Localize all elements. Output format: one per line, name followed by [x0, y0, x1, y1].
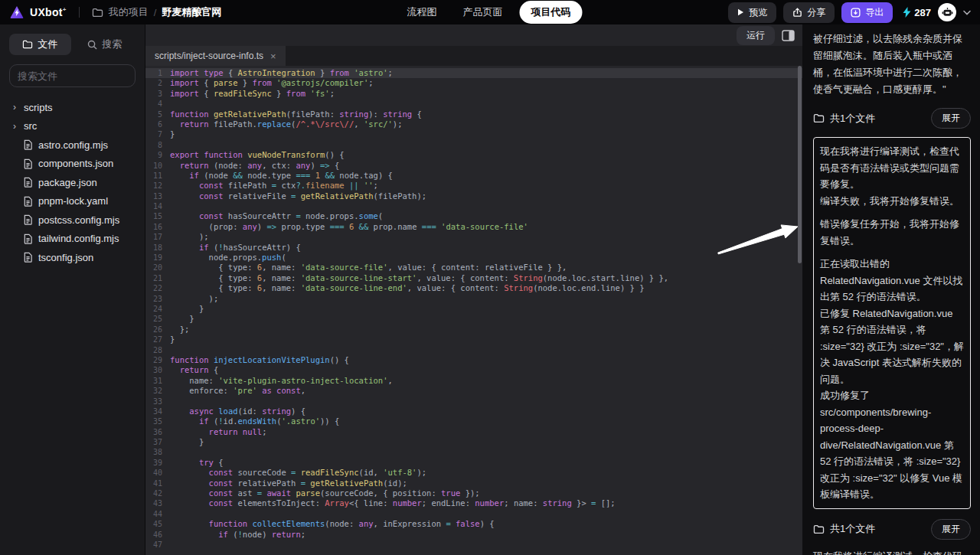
code-line[interactable]: 34 async load(id: string) {	[145, 406, 802, 416]
tab-files[interactable]: 文件	[9, 34, 71, 55]
line-number: 5	[145, 109, 170, 119]
breadcrumb[interactable]: 我的项目 / 野麦精酿官网	[92, 5, 222, 19]
code-line[interactable]: 4	[145, 99, 802, 109]
code-line[interactable]: 21 { type: 6, name: 'data-source-line-st…	[145, 273, 802, 283]
code-text: function collectElements(node: any, inEx…	[170, 519, 495, 529]
code-line[interactable]: 3import { readFileSync } from 'fs';	[145, 89, 802, 99]
file-sidebar: 文件 搜索 ›scripts›srcastro.config.mjscompon…	[0, 24, 145, 555]
line-number: 42	[145, 488, 170, 498]
code-line[interactable]: 26 };	[145, 325, 802, 335]
breadcrumb-project[interactable]: 我的项目	[109, 5, 149, 19]
tree-file-components.json[interactable]: components.json	[0, 155, 145, 174]
code-line[interactable]: 33	[145, 397, 802, 406]
chevron-right-icon: ›	[11, 102, 18, 113]
tree-file-postcss.config.mjs[interactable]: postcss.config.mjs	[0, 211, 145, 230]
code-line[interactable]: 20 { type: 6, name: 'data-source-file', …	[145, 263, 802, 273]
main-area: 文件 搜索 ›scripts›srcastro.config.mjscompon…	[0, 24, 980, 555]
code-line[interactable]: 18 if (!hasSourceAttr) {	[145, 243, 802, 253]
code-line[interactable]: 38	[145, 447, 802, 457]
tree-file-package.json[interactable]: package.json	[0, 173, 145, 192]
run-button[interactable]: 运行	[737, 26, 775, 45]
brand[interactable]: UXbot+	[9, 5, 67, 20]
code-line[interactable]: 32 enforce: 'pre' as const,	[145, 386, 802, 396]
code-line[interactable]: 28	[145, 345, 802, 355]
code-text: }	[170, 304, 204, 314]
tab-project-code[interactable]: 项目代码	[520, 1, 583, 24]
code-line[interactable]: 25 }	[145, 314, 802, 324]
code-line[interactable]: 41 const relativePath = getRelativePath(…	[145, 478, 802, 488]
code-line[interactable]: 22 { type: 6, name: 'data-source-line-en…	[145, 283, 802, 293]
preview-button[interactable]: 预览	[728, 2, 776, 23]
code-line[interactable]: 43 const elementsToInject: Array<{ line:…	[145, 498, 802, 508]
code-line[interactable]: 23 );	[145, 294, 802, 304]
code-text: if (node && node.type === 1 && node.tag)…	[170, 171, 393, 181]
code-line[interactable]: 16 (prop: any) => prop.type === 6 && pro…	[145, 222, 802, 232]
editor-tab[interactable]: scripts/inject-source-info.ts ×	[145, 46, 286, 66]
export-button[interactable]: 导出	[841, 2, 893, 23]
tree-file-tsconfig.json[interactable]: tsconfig.json	[0, 248, 145, 267]
tree-file-tailwind.config.mjs[interactable]: tailwind.config.mjs	[0, 230, 145, 249]
avatar[interactable]	[938, 3, 956, 21]
code-text: function getRelativePath(filePath: strin…	[170, 109, 422, 119]
code-line[interactable]: 11 if (node && node.type === 1 && node.t…	[145, 171, 802, 181]
code-line[interactable]: 44	[145, 509, 802, 519]
code-line[interactable]: 39 try {	[145, 458, 802, 468]
code-line[interactable]: 2import { parse } from '@astrojs/compile…	[145, 78, 802, 88]
editor-scrollbar[interactable]	[798, 66, 802, 263]
line-number: 12	[145, 181, 170, 191]
tree-folder-scripts[interactable]: ›scripts	[0, 98, 145, 117]
code-text: };	[170, 325, 189, 335]
code-line[interactable]: 8	[145, 140, 802, 150]
code-line[interactable]: 40 const sourceCode = readFileSync(id, '…	[145, 468, 802, 478]
code-line[interactable]: 1import type { AstroIntegration } from '…	[145, 68, 802, 78]
chevron-down-icon[interactable]	[963, 10, 971, 15]
code-text: name: 'vite-plugin-astro-inject-location…	[170, 376, 393, 386]
code-line[interactable]: 36 return null;	[145, 427, 802, 437]
code-line[interactable]: 10 return (node: any, ctx: any) => {	[145, 161, 802, 171]
assistant-panel[interactable]: 被仔细过滤，以去除残余杂质并保留细腻泡沫。随后装入瓶中或酒桶，在低温环境中进行二…	[802, 24, 980, 555]
editor-toolbar: 运行	[145, 24, 802, 46]
file-group-label: 共1个文件	[830, 110, 875, 127]
code-line[interactable]: 37 }	[145, 437, 802, 447]
code-line[interactable]: 30 return {	[145, 365, 802, 375]
code-line[interactable]: 17 );	[145, 232, 802, 242]
close-icon[interactable]: ×	[270, 51, 276, 62]
share-button[interactable]: 分享	[783, 2, 835, 23]
code-line[interactable]: 24 }	[145, 304, 802, 314]
code-line[interactable]: 19 node.props.push(	[145, 253, 802, 263]
line-number: 45	[145, 519, 170, 529]
panel-toggle-icon[interactable]	[782, 30, 795, 41]
code-line[interactable]: 6 return filePath.replace(/^.*\/src\//, …	[145, 119, 802, 129]
code-line[interactable]: 5function getRelativePath(filePath: stri…	[145, 109, 802, 119]
code-line[interactable]: 15 const hasSourceAttr = node.props.some…	[145, 211, 802, 221]
tree-folder-src[interactable]: ›src	[0, 117, 145, 136]
code-line[interactable]: 12 const filePath = ctx?.filename || '';	[145, 181, 802, 191]
code-line[interactable]: 14	[145, 201, 802, 211]
code-line[interactable]: 42 const ast = await parse(sourceCode, {…	[145, 488, 802, 498]
code-line[interactable]: 45 function collectElements(node: any, i…	[145, 519, 802, 529]
divider	[79, 7, 80, 18]
tree-file-astro.config.mjs[interactable]: astro.config.mjs	[0, 135, 145, 155]
code-text: const relativeFile = getRelativePath(fil…	[170, 191, 426, 201]
code-line[interactable]: 13 const relativeFile = getRelativePath(…	[145, 191, 802, 201]
code-text: );	[170, 232, 209, 242]
code-area[interactable]: 1import type { AstroIntegration } from '…	[145, 66, 802, 555]
code-line[interactable]: 27}	[145, 335, 802, 344]
code-line[interactable]: 31 name: 'vite-plugin-astro-inject-locat…	[145, 376, 802, 386]
expand-button[interactable]: 展开	[931, 519, 971, 540]
tab-search[interactable]: 搜索	[74, 34, 136, 55]
code-line[interactable]: 47	[145, 540, 802, 550]
tree-file-pnpm-lock.yaml[interactable]: pnpm-lock.yaml	[0, 192, 145, 211]
expand-button[interactable]: 展开	[931, 108, 971, 129]
tab-product-page[interactable]: 产品页面	[454, 2, 512, 23]
code-line[interactable]: 29function injectLocationVitePlugin() {	[145, 355, 802, 365]
code-line[interactable]: 46 if (!node) return;	[145, 530, 802, 540]
robot-icon	[942, 7, 953, 18]
code-line[interactable]: 35 if (!id.endsWith('.astro')) {	[145, 416, 802, 426]
credits-counter[interactable]: 287	[903, 7, 931, 18]
code-line[interactable]: 9export function vueNodeTransform() {	[145, 150, 802, 160]
code-line[interactable]: 7}	[145, 129, 802, 139]
search-files-input[interactable]	[9, 64, 136, 87]
breadcrumb-project-name[interactable]: 野麦精酿官网	[162, 5, 221, 19]
tab-flowchart[interactable]: 流程图	[398, 2, 446, 23]
